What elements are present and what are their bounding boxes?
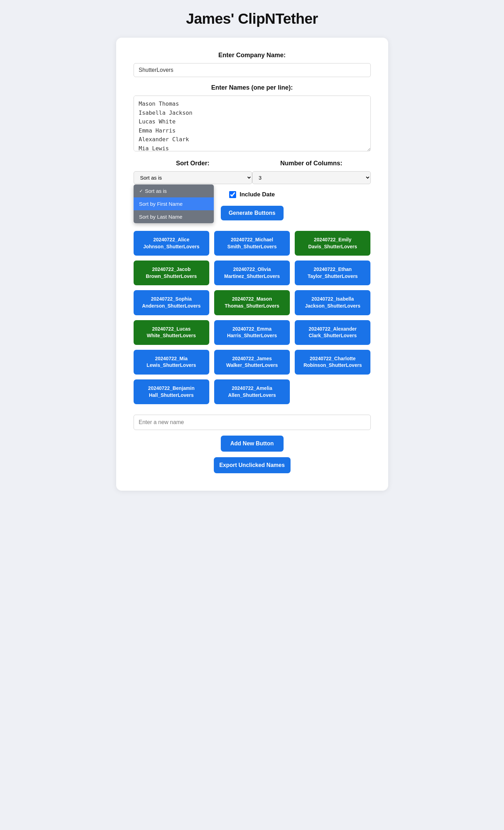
name-button-6[interactable]: 20240722_Sophia Anderson_ShutterLovers [134, 290, 209, 315]
main-card: Enter Company Name: Enter Names (one per… [116, 38, 388, 491]
name-button-16[interactable]: 20240722_Amelia Allen_ShutterLovers [214, 379, 290, 404]
controls-row: Sort Order: Sort as is Sort by First Nam… [134, 160, 371, 184]
name-button-9[interactable]: 20240722_Lucas White_ShutterLovers [134, 320, 209, 345]
name-button-14[interactable]: 20240722_Charlotte Robinson_ShutterLover… [295, 350, 370, 375]
company-name-input[interactable] [134, 63, 371, 77]
page-title: James' ClipNTether [7, 10, 497, 27]
name-button-15[interactable]: 20240722_Benjamin Hall_ShutterLovers [134, 379, 209, 404]
sort-label: Sort Order: [176, 160, 209, 167]
columns-label: Number of Columns: [280, 160, 343, 167]
name-button-7[interactable]: 20240722_Mason Thomas_ShutterLovers [214, 290, 290, 315]
sort-select[interactable]: Sort as is Sort by First Name Sort by La… [134, 171, 252, 184]
dropdown-label-first-name: Sort by First Name [139, 201, 183, 207]
dropdown-label-last-name: Sort by Last Name [139, 214, 182, 220]
name-button-4[interactable]: 20240722_Olivia Martinez_ShutterLovers [214, 261, 290, 285]
name-button-10[interactable]: 20240722_Emma Harris_ShutterLovers [214, 320, 290, 345]
name-button-13[interactable]: 20240722_James Walker_ShutterLovers [214, 350, 290, 375]
dropdown-label-as-is: Sort as is [145, 188, 167, 194]
company-label: Enter Company Name: [134, 52, 371, 59]
new-name-input[interactable] [134, 415, 371, 430]
name-button-2[interactable]: 20240722_Emily Davis_ShutterLovers [295, 231, 370, 256]
include-date-checkbox[interactable] [229, 191, 236, 198]
columns-group: Number of Columns: 1 2 3 4 5 [252, 160, 371, 184]
add-new-button-btn[interactable]: Add New Button [221, 436, 284, 452]
generate-buttons-btn[interactable]: Generate Buttons [221, 206, 284, 220]
name-button-0[interactable]: 20240722_Alice Johnson_ShutterLovers [134, 231, 209, 256]
dropdown-item-as-is[interactable]: ✓ Sort as is [134, 184, 214, 197]
export-unclicked-btn[interactable]: Export Unclicked Names [214, 457, 291, 473]
name-button-11[interactable]: 20240722_Alexander Clark_ShutterLovers [295, 320, 370, 345]
include-date-label: Include Date [240, 191, 275, 198]
sort-group: Sort Order: Sort as is Sort by First Nam… [134, 160, 252, 184]
checkmark-as-is: ✓ [139, 188, 143, 194]
dropdown-item-last-name[interactable]: Sort by Last Name [134, 210, 214, 223]
sort-dropdown-wrapper: Sort as is Sort by First Name Sort by La… [134, 171, 252, 184]
name-button-12[interactable]: 20240722_Mia Lewis_ShutterLovers [134, 350, 209, 375]
dropdown-item-first-name[interactable]: Sort by First Name [134, 197, 214, 210]
name-button-8[interactable]: 20240722_Isabella Jackson_ShutterLovers [295, 290, 370, 315]
name-button-3[interactable]: 20240722_Jacob Brown_ShutterLovers [134, 261, 209, 285]
name-button-5[interactable]: 20240722_Ethan Taylor_ShutterLovers [295, 261, 370, 285]
names-textarea[interactable]: Mason Thomas Isabella Jackson Lucas Whit… [134, 96, 371, 151]
buttons-grid: 20240722_Alice Johnson_ShutterLovers2024… [134, 231, 371, 404]
name-button-1[interactable]: 20240722_Michael Smith_ShutterLovers [214, 231, 290, 256]
names-label: Enter Names (one per line): [134, 84, 371, 91]
columns-select[interactable]: 1 2 3 4 5 [252, 171, 371, 184]
sort-dropdown-open: ✓ Sort as is Sort by First Name Sort by … [134, 184, 214, 223]
